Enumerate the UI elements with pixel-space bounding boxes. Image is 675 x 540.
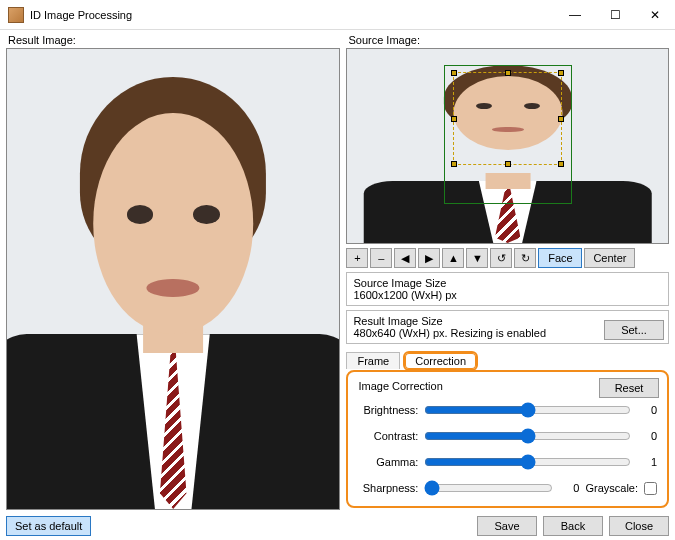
grayscale-checkbox[interactable] (644, 482, 657, 495)
gamma-slider[interactable] (424, 454, 631, 470)
center-button[interactable]: Center (584, 248, 635, 268)
save-button[interactable]: Save (477, 516, 537, 536)
crop-handle[interactable] (558, 161, 564, 167)
close-window-button[interactable]: ✕ (635, 0, 675, 29)
content: Result Image: Set as default Source Imag… (0, 30, 675, 540)
crop-handle[interactable] (451, 116, 457, 122)
rotate-ccw-button[interactable]: ↺ (490, 248, 512, 268)
set-size-button[interactable]: Set... (604, 320, 664, 340)
crop-handle[interactable] (558, 70, 564, 76)
move-up-button[interactable]: ▲ (442, 248, 464, 268)
back-button[interactable]: Back (543, 516, 603, 536)
crop-handle[interactable] (505, 70, 511, 76)
contrast-slider[interactable] (424, 428, 631, 444)
tabs: Frame Correction (346, 350, 669, 370)
move-down-button[interactable]: ▼ (466, 248, 488, 268)
source-size-value: 1600x1200 (WxH) px (353, 289, 662, 301)
maximize-button[interactable]: ☐ (595, 0, 635, 29)
tab-correction[interactable]: Correction (403, 351, 478, 371)
crop-handle[interactable] (558, 116, 564, 122)
reset-button[interactable]: Reset (599, 378, 659, 398)
bottom-buttons: Save Back Close (346, 516, 669, 536)
close-button[interactable]: Close (609, 516, 669, 536)
correction-panel: Image Correction Reset Brightness: 0 Con… (346, 370, 669, 508)
sharpness-slider[interactable] (424, 480, 553, 496)
source-size-title: Source Image Size (353, 277, 662, 289)
crop-box[interactable] (453, 72, 562, 165)
source-label: Source Image: (348, 34, 669, 46)
gamma-label: Gamma: (358, 456, 418, 468)
titlebar: ID Image Processing — ☐ ✕ (0, 0, 675, 30)
result-label: Result Image: (8, 34, 340, 46)
crop-handle[interactable] (451, 70, 457, 76)
move-right-button[interactable]: ▶ (418, 248, 440, 268)
grayscale-label: Grayscale: (585, 482, 638, 494)
contrast-value: 0 (637, 430, 657, 442)
crop-handle[interactable] (451, 161, 457, 167)
tab-frame[interactable]: Frame (346, 352, 400, 369)
source-column: Source Image: (346, 34, 669, 536)
zoom-out-button[interactable]: – (370, 248, 392, 268)
sharpness-label: Sharpness: (358, 482, 418, 494)
minimize-button[interactable]: — (555, 0, 595, 29)
contrast-label: Contrast: (358, 430, 418, 442)
zoom-in-button[interactable]: + (346, 248, 368, 268)
result-portrait (7, 49, 339, 509)
set-as-default-button[interactable]: Set as default (6, 516, 91, 536)
move-left-button[interactable]: ◀ (394, 248, 416, 268)
rotate-cw-button[interactable]: ↻ (514, 248, 536, 268)
brightness-value: 0 (637, 404, 657, 416)
result-size-frame: Result Image Size 480x640 (WxH) px. Resi… (346, 310, 669, 344)
app-icon (8, 7, 24, 23)
result-image (6, 48, 340, 510)
source-size-frame: Source Image Size 1600x1200 (WxH) px (346, 272, 669, 306)
source-image[interactable] (346, 48, 669, 244)
brightness-slider[interactable] (424, 402, 631, 418)
crop-handle[interactable] (505, 161, 511, 167)
result-column: Result Image: Set as default (6, 34, 340, 536)
brightness-label: Brightness: (358, 404, 418, 416)
face-button[interactable]: Face (538, 248, 582, 268)
sharpness-value: 0 (559, 482, 579, 494)
gamma-value: 1 (637, 456, 657, 468)
source-toolbar: + – ◀ ▶ ▲ ▼ ↺ ↻ Face Center (346, 248, 669, 268)
window-title: ID Image Processing (30, 9, 555, 21)
